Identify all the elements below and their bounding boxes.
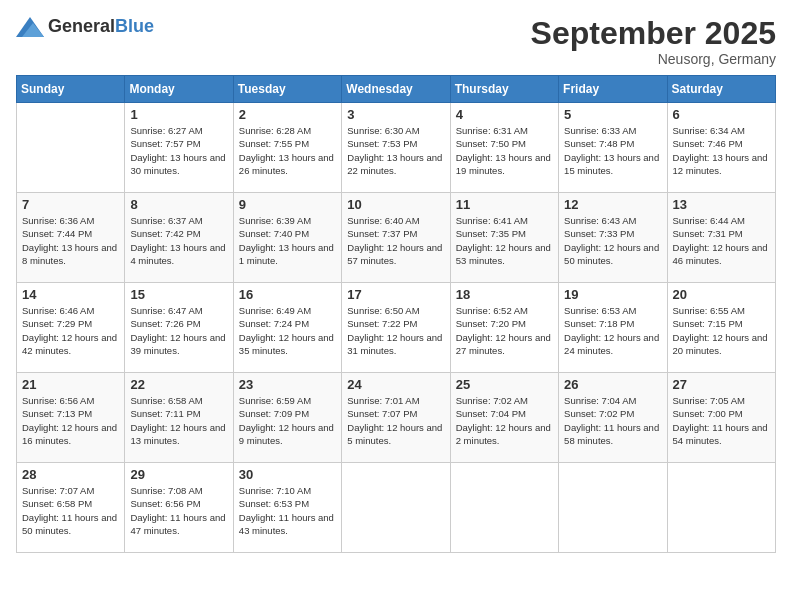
header-day-friday: Friday	[559, 76, 667, 103]
page-header: GeneralBlue September 2025 Neusorg, Germ…	[16, 16, 776, 67]
calendar-week-4: 28 Sunrise: 7:07 AMSunset: 6:58 PMDaylig…	[17, 463, 776, 553]
calendar-cell: 12 Sunrise: 6:43 AMSunset: 7:33 PMDaylig…	[559, 193, 667, 283]
day-number: 18	[456, 287, 553, 302]
header-day-sunday: Sunday	[17, 76, 125, 103]
day-info: Sunrise: 6:41 AMSunset: 7:35 PMDaylight:…	[456, 214, 553, 267]
calendar-cell: 21 Sunrise: 6:56 AMSunset: 7:13 PMDaylig…	[17, 373, 125, 463]
calendar-cell: 16 Sunrise: 6:49 AMSunset: 7:24 PMDaylig…	[233, 283, 341, 373]
calendar-cell	[559, 463, 667, 553]
day-number: 12	[564, 197, 661, 212]
logo-text-blue: Blue	[115, 16, 154, 36]
day-info: Sunrise: 7:04 AMSunset: 7:02 PMDaylight:…	[564, 394, 661, 447]
day-number: 5	[564, 107, 661, 122]
day-number: 16	[239, 287, 336, 302]
day-number: 22	[130, 377, 227, 392]
day-info: Sunrise: 6:37 AMSunset: 7:42 PMDaylight:…	[130, 214, 227, 267]
day-info: Sunrise: 7:07 AMSunset: 6:58 PMDaylight:…	[22, 484, 119, 537]
day-number: 6	[673, 107, 770, 122]
day-number: 24	[347, 377, 444, 392]
day-info: Sunrise: 6:56 AMSunset: 7:13 PMDaylight:…	[22, 394, 119, 447]
header-day-monday: Monday	[125, 76, 233, 103]
day-info: Sunrise: 6:36 AMSunset: 7:44 PMDaylight:…	[22, 214, 119, 267]
day-info: Sunrise: 6:46 AMSunset: 7:29 PMDaylight:…	[22, 304, 119, 357]
calendar-cell: 23 Sunrise: 6:59 AMSunset: 7:09 PMDaylig…	[233, 373, 341, 463]
calendar-header: SundayMondayTuesdayWednesdayThursdayFrid…	[17, 76, 776, 103]
calendar-cell: 13 Sunrise: 6:44 AMSunset: 7:31 PMDaylig…	[667, 193, 775, 283]
day-number: 1	[130, 107, 227, 122]
calendar-cell: 14 Sunrise: 6:46 AMSunset: 7:29 PMDaylig…	[17, 283, 125, 373]
day-info: Sunrise: 7:05 AMSunset: 7:00 PMDaylight:…	[673, 394, 770, 447]
calendar-body: 1 Sunrise: 6:27 AMSunset: 7:57 PMDayligh…	[17, 103, 776, 553]
day-number: 29	[130, 467, 227, 482]
logo-icon	[16, 17, 44, 37]
logo-text-general: General	[48, 16, 115, 36]
calendar-cell: 22 Sunrise: 6:58 AMSunset: 7:11 PMDaylig…	[125, 373, 233, 463]
calendar-week-2: 14 Sunrise: 6:46 AMSunset: 7:29 PMDaylig…	[17, 283, 776, 373]
header-day-tuesday: Tuesday	[233, 76, 341, 103]
calendar-cell: 10 Sunrise: 6:40 AMSunset: 7:37 PMDaylig…	[342, 193, 450, 283]
calendar-cell: 6 Sunrise: 6:34 AMSunset: 7:46 PMDayligh…	[667, 103, 775, 193]
calendar-cell: 8 Sunrise: 6:37 AMSunset: 7:42 PMDayligh…	[125, 193, 233, 283]
day-info: Sunrise: 7:01 AMSunset: 7:07 PMDaylight:…	[347, 394, 444, 447]
day-info: Sunrise: 6:27 AMSunset: 7:57 PMDaylight:…	[130, 124, 227, 177]
calendar-cell: 7 Sunrise: 6:36 AMSunset: 7:44 PMDayligh…	[17, 193, 125, 283]
header-day-saturday: Saturday	[667, 76, 775, 103]
calendar-cell: 30 Sunrise: 7:10 AMSunset: 6:53 PMDaylig…	[233, 463, 341, 553]
calendar-cell: 4 Sunrise: 6:31 AMSunset: 7:50 PMDayligh…	[450, 103, 558, 193]
day-number: 23	[239, 377, 336, 392]
calendar-cell: 3 Sunrise: 6:30 AMSunset: 7:53 PMDayligh…	[342, 103, 450, 193]
calendar-cell	[342, 463, 450, 553]
calendar-cell: 26 Sunrise: 7:04 AMSunset: 7:02 PMDaylig…	[559, 373, 667, 463]
day-number: 21	[22, 377, 119, 392]
day-number: 26	[564, 377, 661, 392]
day-number: 25	[456, 377, 553, 392]
calendar-cell: 29 Sunrise: 7:08 AMSunset: 6:56 PMDaylig…	[125, 463, 233, 553]
day-info: Sunrise: 6:34 AMSunset: 7:46 PMDaylight:…	[673, 124, 770, 177]
day-info: Sunrise: 6:31 AMSunset: 7:50 PMDaylight:…	[456, 124, 553, 177]
calendar-cell: 19 Sunrise: 6:53 AMSunset: 7:18 PMDaylig…	[559, 283, 667, 373]
calendar-cell: 24 Sunrise: 7:01 AMSunset: 7:07 PMDaylig…	[342, 373, 450, 463]
calendar-week-1: 7 Sunrise: 6:36 AMSunset: 7:44 PMDayligh…	[17, 193, 776, 283]
calendar-cell	[17, 103, 125, 193]
day-info: Sunrise: 6:58 AMSunset: 7:11 PMDaylight:…	[130, 394, 227, 447]
day-number: 17	[347, 287, 444, 302]
day-info: Sunrise: 7:10 AMSunset: 6:53 PMDaylight:…	[239, 484, 336, 537]
month-title: September 2025	[531, 16, 776, 51]
day-info: Sunrise: 6:43 AMSunset: 7:33 PMDaylight:…	[564, 214, 661, 267]
day-number: 13	[673, 197, 770, 212]
day-info: Sunrise: 6:40 AMSunset: 7:37 PMDaylight:…	[347, 214, 444, 267]
day-info: Sunrise: 6:49 AMSunset: 7:24 PMDaylight:…	[239, 304, 336, 357]
calendar-cell: 27 Sunrise: 7:05 AMSunset: 7:00 PMDaylig…	[667, 373, 775, 463]
day-info: Sunrise: 6:53 AMSunset: 7:18 PMDaylight:…	[564, 304, 661, 357]
day-number: 15	[130, 287, 227, 302]
calendar-cell: 9 Sunrise: 6:39 AMSunset: 7:40 PMDayligh…	[233, 193, 341, 283]
day-info: Sunrise: 6:39 AMSunset: 7:40 PMDaylight:…	[239, 214, 336, 267]
day-info: Sunrise: 6:44 AMSunset: 7:31 PMDaylight:…	[673, 214, 770, 267]
day-number: 4	[456, 107, 553, 122]
day-info: Sunrise: 6:52 AMSunset: 7:20 PMDaylight:…	[456, 304, 553, 357]
day-number: 30	[239, 467, 336, 482]
calendar-table: SundayMondayTuesdayWednesdayThursdayFrid…	[16, 75, 776, 553]
day-info: Sunrise: 6:50 AMSunset: 7:22 PMDaylight:…	[347, 304, 444, 357]
day-info: Sunrise: 6:59 AMSunset: 7:09 PMDaylight:…	[239, 394, 336, 447]
day-number: 10	[347, 197, 444, 212]
day-number: 7	[22, 197, 119, 212]
header-row: SundayMondayTuesdayWednesdayThursdayFrid…	[17, 76, 776, 103]
location: Neusorg, Germany	[531, 51, 776, 67]
day-info: Sunrise: 7:08 AMSunset: 6:56 PMDaylight:…	[130, 484, 227, 537]
calendar-cell: 17 Sunrise: 6:50 AMSunset: 7:22 PMDaylig…	[342, 283, 450, 373]
day-number: 27	[673, 377, 770, 392]
day-info: Sunrise: 6:33 AMSunset: 7:48 PMDaylight:…	[564, 124, 661, 177]
day-number: 19	[564, 287, 661, 302]
day-number: 8	[130, 197, 227, 212]
title-block: September 2025 Neusorg, Germany	[531, 16, 776, 67]
calendar-cell: 11 Sunrise: 6:41 AMSunset: 7:35 PMDaylig…	[450, 193, 558, 283]
calendar-cell: 2 Sunrise: 6:28 AMSunset: 7:55 PMDayligh…	[233, 103, 341, 193]
day-number: 3	[347, 107, 444, 122]
calendar-cell	[450, 463, 558, 553]
header-day-thursday: Thursday	[450, 76, 558, 103]
calendar-cell: 1 Sunrise: 6:27 AMSunset: 7:57 PMDayligh…	[125, 103, 233, 193]
calendar-cell	[667, 463, 775, 553]
day-info: Sunrise: 6:55 AMSunset: 7:15 PMDaylight:…	[673, 304, 770, 357]
day-number: 9	[239, 197, 336, 212]
